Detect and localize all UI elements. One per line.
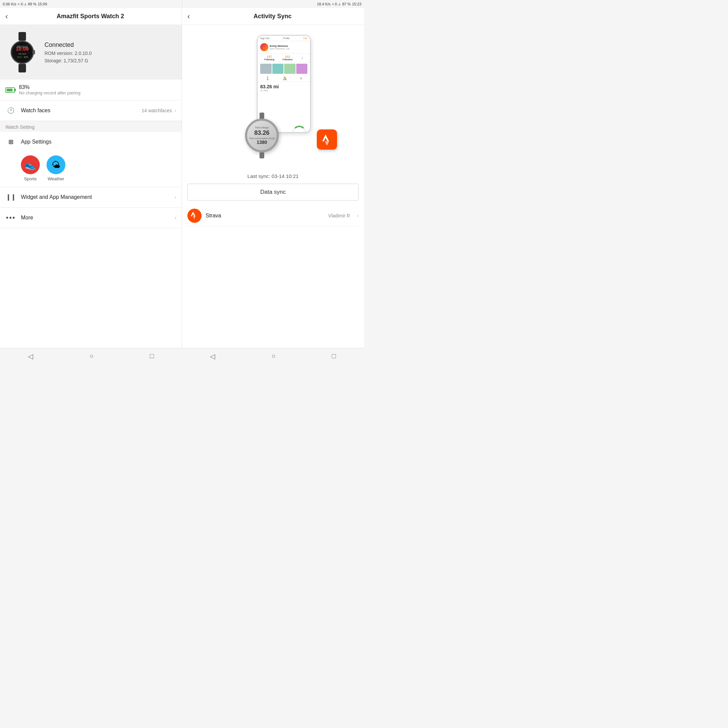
right-top-bar: ‹ Activity Sync (182, 8, 364, 25)
nav-recents-left[interactable]: □ (150, 352, 154, 360)
battery-left: 89 % (28, 2, 37, 6)
phone-profile: Profile (283, 37, 290, 40)
phone-following-num: 137 (264, 55, 274, 58)
data-sync-button[interactable]: Data sync (187, 184, 359, 200)
status-bar: 0.06 K/s + ⎘ ⍋ 89 % 15:09 18.4 K/s + ⎘ ⍋… (0, 0, 364, 8)
watch-image: 2017.12.12 10:09 435 6200 23°C 90% (5, 30, 39, 74)
left-back-button[interactable]: ‹ (5, 12, 8, 21)
svg-rect-4 (32, 50, 35, 55)
clock-icon: 🕐 (5, 105, 16, 116)
watch-faces-item[interactable]: 🕐 Watch faces 14 watchfaces › (0, 101, 182, 121)
bluetooth-icon: + ⎘ ⍋ (18, 2, 27, 6)
strava-circle-icon (187, 209, 202, 223)
sports-app-label: Sports (24, 176, 37, 181)
right-back-button[interactable]: ‹ (187, 12, 190, 21)
phone-img-3 (284, 64, 295, 74)
right-panel-title: Activity Sync (194, 13, 351, 20)
nav-home-left[interactable]: ○ (89, 352, 93, 360)
device-rom: ROM version: 2.0.10.0 (44, 50, 92, 56)
phone-img-4 (296, 64, 308, 74)
time-left: 15:09 (38, 2, 47, 6)
phone-sign-out: Sign Out (260, 37, 269, 40)
more-icon: ••• (5, 213, 16, 223)
svg-text:435 6200: 435 6200 (18, 53, 26, 55)
watch-kcal-label: Total consumption (Kcal) (249, 137, 275, 139)
widget-management-label: Widget and App Management (21, 194, 174, 200)
weather-app-icon: 🌤 (46, 155, 66, 174)
battery-fill (7, 89, 12, 91)
sports-app-item[interactable]: 👟 Sports (21, 155, 40, 181)
sync-info-section: Last sync: 03-14 10:21 Data sync Strava … (182, 167, 364, 348)
more-item[interactable]: ••• More › (0, 208, 182, 228)
phone-time-label: 1h 29m (260, 89, 307, 92)
weather-app-item[interactable]: 🌤 Weather (46, 155, 66, 181)
phone-tab-more: ≡ (300, 76, 302, 80)
phone-user-name: Emily Mellows (270, 44, 289, 47)
phone-mileage-value: 83.26 mi (260, 84, 307, 89)
device-info: Connected ROM version: 2.0.10.0 Storage:… (44, 41, 92, 63)
strava-user-name: Vladimir R (328, 213, 350, 219)
battery-icon (5, 87, 15, 93)
left-panel-title: Amazfit Sports Watch 2 (12, 13, 169, 20)
strava-icon-svg (320, 133, 334, 146)
strava-row-icon-svg (190, 211, 199, 220)
svg-rect-1 (18, 64, 26, 72)
phone-tab-run: 🚶 (266, 76, 270, 80)
device-card: 2017.12.12 10:09 435 6200 23°C 90% Conne… (0, 25, 182, 80)
app-settings-row: 👟 Sports 🌤 Weather (0, 152, 182, 187)
phone-stat-activity: ♪ (301, 55, 303, 61)
grid-icon: ⊞ (5, 136, 16, 147)
watch-band-top (260, 113, 264, 119)
phone-followers-label: Followers (283, 58, 292, 61)
phone-stats: 137 Following 212 Followers ♪ (257, 53, 310, 62)
left-panel: ‹ Amazfit Sports Watch 2 2017.12. (0, 8, 182, 348)
device-storage: Storage: 1,73/2,57 G (44, 58, 92, 63)
phone-img-1 (260, 64, 272, 74)
svg-text:10:09: 10:09 (16, 46, 29, 52)
widget-icon: ❙❙ (5, 192, 16, 203)
phone-tab-bike: 🚴 (283, 76, 287, 80)
phone-avatar (260, 43, 268, 51)
weather-app-label: Weather (48, 176, 64, 181)
app-settings-item[interactable]: ⊞ App Settings (0, 132, 182, 152)
watch-kcal-value: 1380 (257, 139, 267, 145)
svg-text:23°C: 23°C (17, 56, 22, 58)
svg-marker-13 (193, 216, 196, 219)
svg-text:90%: 90% (24, 56, 28, 58)
battery-info: 83% No charging record after pairing (19, 84, 81, 95)
main-content: ‹ Amazfit Sports Watch 2 2017.12. (0, 8, 364, 348)
chevron-right-icon: › (174, 107, 176, 113)
battery-note: No charging record after pairing (19, 90, 81, 95)
widget-management-item[interactable]: ❙❙ Widget and App Management › (0, 187, 182, 208)
app-settings-label: App Settings (21, 139, 176, 145)
watch-faces-label: Watch faces (21, 107, 142, 113)
time-right: 15:23 (352, 2, 361, 6)
watch-faces-value: 14 watchfaces (142, 108, 172, 113)
watch-band-bottom (260, 152, 264, 158)
phone-stat-followers: 212 Followers (283, 55, 292, 61)
nav-home-right[interactable]: ○ (271, 352, 275, 360)
sports-app-icon: 👟 (21, 155, 40, 174)
status-speed-right: 18.4 K/s (317, 2, 330, 6)
nav-back-left[interactable]: ◁ (28, 352, 33, 360)
left-bottom-nav: ◁ ○ □ (0, 348, 182, 364)
battery-right: 87 % (342, 2, 350, 6)
phone-img-2 (272, 64, 284, 74)
battery-section: 83% No charging record after pairing (0, 80, 182, 101)
nav-recents-right[interactable]: □ (332, 352, 336, 360)
status-speed-left: 0.06 K/s (3, 2, 16, 6)
nav-back-right[interactable]: ◁ (210, 352, 215, 360)
phone-user-info: Emily Mellows San Francisco, CA (270, 44, 289, 50)
phone-followers-num: 212 (283, 55, 292, 58)
status-bar-right: 18.4 K/s + ⎘ ⍋ 87 % 15:23 (182, 0, 364, 8)
bluetooth-icon-right: + ⎘ ⍋ (332, 2, 341, 6)
phone-user-location: San Francisco, CA (270, 47, 289, 50)
strava-logo-illustration (317, 129, 337, 150)
watch-face-big: Total mileage 83.26 Total consumption (K… (245, 119, 279, 152)
more-label: More (21, 215, 174, 221)
watch-face-mockup: Total mileage 83.26 Total consumption (K… (243, 113, 280, 156)
left-top-bar: ‹ Amazfit Sports Watch 2 (0, 8, 182, 25)
watch-total-mileage: 83.26 (254, 129, 269, 136)
strava-row[interactable]: Strava Vladimir R › (187, 205, 359, 226)
watch-setting-header: Watch Setting (0, 121, 182, 132)
